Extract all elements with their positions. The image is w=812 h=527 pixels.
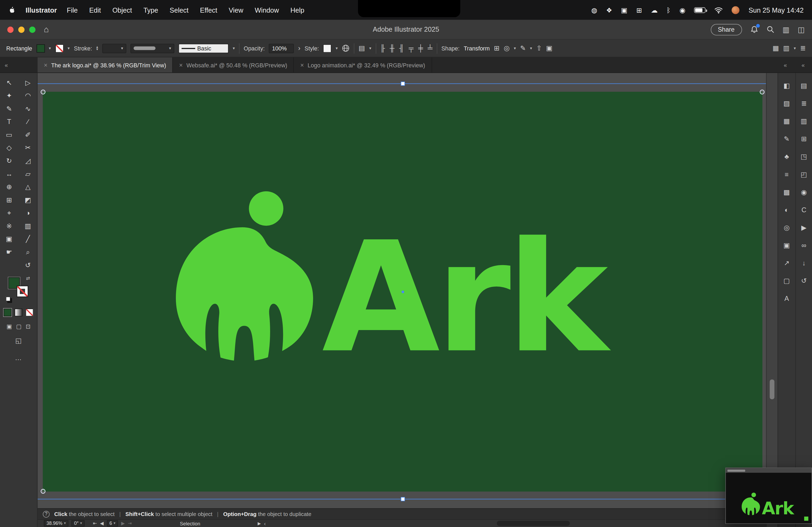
transform-link[interactable]: Transform	[464, 45, 490, 51]
chevron-down-icon[interactable]: ▾	[233, 46, 235, 50]
tool-spacer[interactable]	[0, 259, 18, 272]
gradient-tool[interactable]: ◩	[18, 194, 37, 207]
shape-builder-tool[interactable]: ⊕	[0, 180, 18, 194]
zoom-tool[interactable]: ⌕	[18, 245, 37, 259]
edit-toolbar-button[interactable]: …	[0, 354, 37, 362]
home-icon[interactable]: ⌂	[44, 25, 49, 34]
stroke-weight-select[interactable]: ▾	[102, 44, 126, 53]
artboard-number-select[interactable]: 6 ▾	[107, 520, 118, 526]
creative-cloud-icon[interactable]: ◍	[591, 6, 597, 14]
menu-window[interactable]: Window	[255, 6, 279, 14]
slice-tool[interactable]: ╱	[18, 232, 37, 245]
panel-brushes-icon[interactable]: ✎	[778, 130, 795, 148]
zoom-window-button[interactable]	[29, 26, 35, 32]
status-options-icon[interactable]: ▶	[258, 521, 261, 526]
menu-select[interactable]: Select	[170, 6, 188, 14]
paintbrush-tool[interactable]: ✐	[18, 128, 37, 141]
chevron-down-icon[interactable]: ▾	[369, 46, 371, 50]
cloud-app-icon[interactable]: ☁	[651, 6, 657, 14]
preview-window-titlebar[interactable]	[726, 468, 811, 472]
panel-properties-icon[interactable]: ▤	[796, 77, 812, 94]
screen-mirror-icon[interactable]: ◉	[680, 6, 685, 14]
panel-navigator-icon[interactable]: ⊞	[796, 130, 812, 148]
grid-view-icon[interactable]: ▦	[772, 45, 779, 51]
selection-handle-top[interactable]	[401, 82, 405, 86]
panel-graphic-styles-icon[interactable]: ▣	[778, 236, 795, 254]
anchor-top-left[interactable]	[41, 90, 45, 94]
panel-transparency-icon[interactable]: ◐	[778, 201, 795, 219]
menu-type[interactable]: Type	[143, 6, 158, 14]
stroke-weight-stepper[interactable]: ▴ ▾	[96, 46, 98, 50]
menu-help[interactable]: Help	[290, 6, 304, 14]
panel-links-icon[interactable]: ∞	[796, 236, 812, 254]
horizontal-scrollbar-thumb[interactable]	[497, 521, 570, 526]
share-button[interactable]: Share	[710, 24, 742, 35]
pen-tool[interactable]: ✎	[0, 102, 18, 115]
user-avatar[interactable]	[732, 6, 740, 14]
hand-tool[interactable]: ☛	[0, 245, 18, 259]
curvature-tool[interactable]: ∿	[18, 102, 37, 115]
stroke-style-select[interactable]: Basic	[178, 44, 229, 53]
vertical-scrollbar-thumb[interactable]	[770, 379, 774, 399]
notifications-button[interactable]	[750, 26, 758, 33]
shield-app-icon[interactable]: ▣	[621, 6, 627, 14]
isolate-target-icon[interactable]: ◎	[504, 45, 510, 51]
dock-b-collapse[interactable]: «	[794, 57, 812, 73]
align-middle-icon[interactable]: ╪	[418, 45, 423, 51]
panel-actions-icon[interactable]: ▶	[796, 219, 812, 236]
minimize-window-button[interactable]	[18, 26, 25, 32]
vertical-scrollbar[interactable]	[766, 73, 778, 527]
dropbox-icon[interactable]: ❖	[606, 6, 612, 14]
shaper-tool[interactable]: ◇	[0, 141, 18, 154]
panel-libraries-icon[interactable]: ▥	[796, 112, 812, 130]
free-transform-tool[interactable]: ▱	[18, 167, 37, 181]
artboard-tool[interactable]: ▣	[0, 232, 18, 245]
type-tool[interactable]: T	[0, 115, 18, 128]
column-graph-tool[interactable]: ▥	[18, 220, 37, 232]
direct-selection-tool[interactable]: ▷	[18, 76, 37, 89]
draw-normal-button[interactable]: ▣	[6, 323, 12, 330]
selection-tool[interactable]: ↖	[0, 76, 18, 89]
dock-a-collapse[interactable]: «	[777, 57, 794, 73]
eyedropper-tool[interactable]: ⌖	[0, 206, 18, 220]
default-fill-stroke-button[interactable]	[5, 297, 10, 301]
opacity-input[interactable]: 100%	[269, 44, 294, 53]
chevron-down-icon[interactable]: ▾	[514, 46, 516, 50]
document-setup-icon[interactable]: ▤	[359, 45, 365, 51]
width-tool[interactable]: ↔	[0, 167, 18, 181]
fill-color-swatch[interactable]	[36, 44, 45, 52]
toolbar-collapse[interactable]: «	[0, 57, 38, 73]
draw-behind-button[interactable]: ▢	[16, 323, 21, 330]
menu-edit[interactable]: Edit	[89, 6, 101, 14]
panel-swatches-icon[interactable]: ▦	[778, 112, 795, 130]
tab-logo-animation[interactable]: × Logo animation.ai* @ 32.49 % (RGB/Prev…	[294, 57, 432, 73]
logo-text[interactable]: Ark	[322, 209, 611, 387]
brush-definition-select[interactable]: ▾	[130, 44, 174, 53]
panel-info-icon[interactable]: ◳	[796, 148, 812, 165]
panel-stroke-icon[interactable]: ≡	[778, 165, 795, 183]
tab-ark-logo[interactable]: × The ark logo.ai* @ 38.96 % (RGB/Trim V…	[38, 57, 173, 73]
canvas[interactable]: Ark ? Click the object to select |	[38, 73, 766, 527]
chevron-down-icon[interactable]: ▾	[530, 46, 532, 50]
tab-close-icon[interactable]: ×	[44, 61, 47, 69]
align-right-icon[interactable]: ╢	[399, 45, 404, 51]
stroke-chevron-icon[interactable]: ▾	[68, 46, 70, 50]
close-window-button[interactable]	[7, 26, 13, 32]
draw-inside-button[interactable]: ⊡	[26, 323, 31, 330]
object-center-point[interactable]	[402, 291, 404, 293]
opacity-options-icon[interactable]: ›	[298, 45, 300, 51]
export-icon[interactable]: ⇧	[536, 45, 542, 51]
panel-color-guide-icon[interactable]: ▨	[778, 94, 795, 112]
stroke-swatch[interactable]	[16, 286, 28, 297]
panel-layers-icon[interactable]: ≣	[796, 94, 812, 112]
selection-handle-bottom[interactable]	[401, 497, 405, 501]
grid-app-icon[interactable]: ⊞	[636, 6, 642, 14]
rotate-view-tool[interactable]: ↺	[18, 259, 37, 272]
preview-window[interactable]: Ark	[725, 468, 812, 524]
list-view-icon[interactable]: ≣	[800, 45, 806, 51]
panel-toggle-icon[interactable]: ◫	[798, 25, 805, 33]
tab-close-icon[interactable]: ×	[179, 61, 183, 69]
scale-tool[interactable]: ◿	[18, 154, 37, 167]
perspective-grid-tool[interactable]: △	[18, 180, 37, 194]
mesh-tool[interactable]: ⊞	[0, 194, 18, 207]
